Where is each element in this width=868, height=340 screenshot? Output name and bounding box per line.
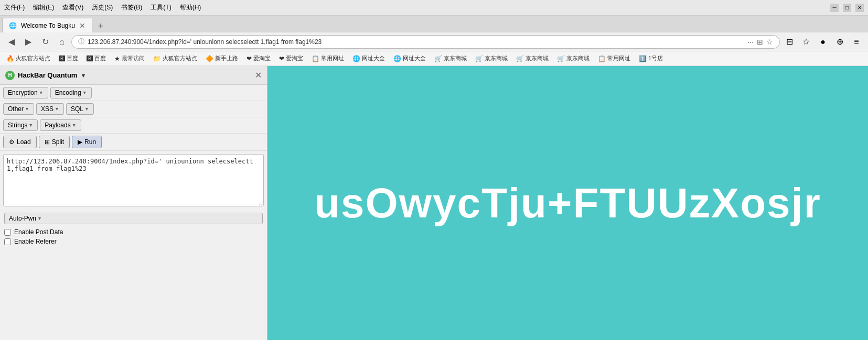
bookmark-icon: 🌐	[352, 55, 360, 62]
bookmark-taobao1[interactable]: ❤ 爱淘宝	[243, 53, 274, 63]
title-bar: 文件(F) 编辑(E) 查看(V) 历史(S) 书签(B) 工具(T) 帮助(H…	[0, 0, 868, 16]
split-button[interactable]: ⊞ Split	[39, 136, 70, 148]
sql-arrow: ▼	[84, 106, 89, 112]
bookmark-jd3[interactable]: 🛒 京东商城	[513, 53, 552, 63]
bookmark-label: 常用网址	[607, 54, 630, 62]
sidebar-button[interactable]: ⊟	[782, 35, 797, 49]
menu-bookmarks[interactable]: 书签(B)	[121, 3, 142, 12]
bookmark-star-icon[interactable]: ☆	[766, 38, 773, 46]
tab-title: Welcome To Bugku	[21, 22, 75, 29]
load-button[interactable]: ⚙ Load	[3, 136, 37, 148]
encoding-button[interactable]: Encoding ▼	[50, 87, 92, 98]
bookmark-huhu[interactable]: 🔥 火狐官方站点	[3, 53, 53, 63]
maximize-button[interactable]: □	[843, 4, 851, 12]
main-content: H HackBar Quantum ▼ ✕ Encryption ▼ Encod…	[0, 66, 868, 340]
run-label: Run	[84, 138, 96, 146]
customize-button[interactable]: ☆	[799, 35, 813, 49]
load-label: Load	[17, 138, 31, 146]
menu-tools[interactable]: 工具(T)	[151, 3, 171, 12]
bookmark-icon: 🔥	[6, 55, 14, 62]
hackbar-logo-text: H	[8, 72, 12, 78]
bookmark-icon: 📋	[598, 55, 606, 62]
bookmark-label: 爱淘宝	[253, 54, 271, 62]
menu-bar: 文件(F) 编辑(E) 查看(V) 历史(S) 书签(B) 工具(T) 帮助(H…	[4, 3, 201, 12]
sql-button[interactable]: SQL ▼	[66, 103, 94, 115]
bookmark-most-visited[interactable]: ★ 最常访问	[111, 53, 148, 63]
bookmark-wangzhi2[interactable]: 🌐 网址大全	[390, 53, 429, 63]
encryption-button[interactable]: Encryption ▼	[3, 87, 48, 98]
xss-button[interactable]: XSS ▼	[36, 103, 64, 115]
menu-history[interactable]: 历史(S)	[92, 3, 113, 12]
tab-favicon: 🌐	[9, 22, 17, 29]
split-label: Split	[52, 138, 64, 146]
bookmark-jd4[interactable]: 🛒 京东商城	[554, 53, 593, 63]
bookmark-jd2[interactable]: 🛒 京东商城	[472, 53, 511, 63]
autopwn-button[interactable]: Auto-Pwn ▼	[4, 213, 263, 224]
run-button[interactable]: ▶ Run	[72, 136, 102, 148]
back-button[interactable]: ◀	[4, 35, 19, 49]
bookmark-label: 1号店	[648, 54, 663, 62]
enable-post-data-row: Enable Post Data	[4, 228, 263, 236]
menu-help[interactable]: 帮助(H)	[180, 3, 201, 12]
tab-bar: 🌐 Welcome To Bugku ✕ +	[0, 16, 868, 32]
web-main-text: usOwycTju+FTUUzXosjr	[314, 179, 821, 227]
hackbar-header: H HackBar Quantum ▼ ✕	[0, 66, 267, 85]
firefox-menu-button[interactable]: ≡	[849, 35, 864, 49]
bookmark-common-url1[interactable]: 📋 常用网址	[308, 53, 347, 63]
payloads-button[interactable]: Payloads ▼	[40, 119, 81, 131]
bookmark-label: 京东商城	[444, 54, 467, 62]
menu-view[interactable]: 查看(V)	[62, 3, 83, 12]
bookmark-label: 常用网址	[321, 54, 344, 62]
strings-button[interactable]: Strings ▼	[3, 119, 38, 131]
new-tab-button[interactable]: +	[94, 20, 107, 32]
bookmark-label: 京东商城	[526, 54, 549, 62]
more-icon[interactable]: ···	[747, 38, 754, 46]
bookmark-label: 京东商城	[485, 54, 508, 62]
url-textarea[interactable]: http://123.206.87.240:9004/1ndex.php?id=…	[3, 154, 264, 206]
tab-close-icon[interactable]: ✕	[79, 21, 85, 30]
split-icon: ⊞	[45, 138, 50, 146]
hackbar-panel: H HackBar Quantum ▼ ✕ Encryption ▼ Encod…	[0, 66, 267, 340]
bookmark-baidu2[interactable]: 🅱 百度	[83, 53, 109, 63]
bookmark-yihaodian[interactable]: 1️⃣ 1号店	[636, 53, 666, 63]
firefox-account-button[interactable]: ●	[816, 35, 830, 49]
bookmark-label: 爱淘宝	[286, 54, 303, 62]
bookmark-label: 京东商城	[566, 54, 590, 62]
bookmark-icon: 🛒	[475, 55, 483, 62]
refresh-button[interactable]: ↻	[38, 35, 52, 49]
autopwn-label: Auto-Pwn	[9, 215, 36, 222]
bookmarks-bar: 🔥 火狐官方站点 🅱 百度 🅱 百度 ★ 最常访问 📁 火狐官方站点 🔶 新手上…	[0, 51, 868, 66]
close-button[interactable]: ✕	[855, 4, 864, 12]
forward-button[interactable]: ▶	[21, 35, 36, 49]
hackbar-title-dropdown[interactable]: ▼	[80, 72, 86, 79]
home-button[interactable]: ⌂	[55, 35, 69, 49]
bookmark-icon: 🛒	[516, 55, 524, 62]
menu-edit[interactable]: 编辑(E)	[33, 3, 54, 12]
url-icons: ··· ⊞ ☆	[747, 38, 773, 46]
bookmark-label: 最常访问	[122, 54, 145, 62]
enable-post-data-checkbox[interactable]	[4, 229, 11, 236]
bookmark-common-url2[interactable]: 📋 常用网址	[595, 53, 634, 63]
bookmark-jd1[interactable]: 🛒 京东商城	[431, 53, 470, 63]
menu-file[interactable]: 文件(F)	[4, 3, 25, 12]
bookmark-newbie[interactable]: 🔶 新手上路	[202, 53, 241, 63]
hackbar-close-button[interactable]: ✕	[255, 70, 262, 80]
xss-arrow: ▼	[55, 106, 59, 112]
other-button[interactable]: Other ▼	[3, 103, 34, 115]
bookmark-label: 火狐官方站点	[163, 54, 197, 62]
bookmark-huhu2[interactable]: 📁 火狐官方站点	[150, 53, 200, 63]
toolbar-row-2: Other ▼ XSS ▼ SQL ▼	[0, 101, 267, 117]
bookmark-baidu1[interactable]: 🅱 百度	[56, 53, 81, 63]
payloads-arrow: ▼	[72, 123, 77, 128]
reader-icon[interactable]: ⊞	[757, 38, 763, 46]
bookmark-icon: 📋	[312, 55, 319, 62]
extensions-button[interactable]: ⊕	[832, 35, 847, 49]
minimize-button[interactable]: ─	[830, 4, 839, 12]
active-tab[interactable]: 🌐 Welcome To Bugku ✕	[2, 18, 92, 32]
enable-referer-checkbox[interactable]	[4, 238, 11, 245]
bookmark-label: 火狐官方站点	[16, 54, 50, 62]
bookmark-wangzhi1[interactable]: 🌐 网址大全	[349, 53, 388, 63]
bookmark-label: 百度	[67, 54, 78, 62]
bookmark-taobao2[interactable]: ❤ 爱淘宝	[276, 53, 306, 63]
url-bar[interactable]: ⓘ 123.206.87.240:9004/1ndex.php?id=' uni…	[71, 35, 780, 49]
